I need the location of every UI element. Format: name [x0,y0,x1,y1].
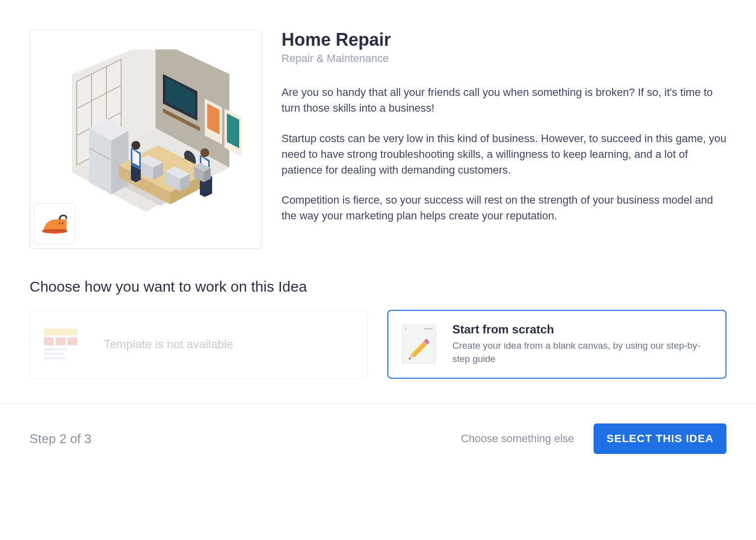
svg-marker-33 [131,165,136,182]
choose-heading: Choose how you want to work on this Idea [30,278,726,295]
option-scratch-title: Start from scratch [452,323,714,336]
idea-illustration [30,30,262,249]
idea-title: Home Repair [282,30,726,50]
svg-rect-52 [44,357,65,360]
svg-rect-54 [405,328,407,330]
svg-point-35 [200,149,209,157]
option-unavailable-label: Template is not available [104,337,233,351]
select-this-idea-button[interactable]: SELECT THIS IDEA [594,423,726,454]
idea-description: Are you so handy that all your friends c… [282,85,726,224]
idea-paragraph: Competition is fierce, so your success w… [282,192,726,224]
idea-category: Repair & Maintenance [282,52,726,65]
svg-rect-46 [44,329,77,335]
svg-point-30 [131,141,140,150]
svg-rect-47 [44,337,54,345]
choose-something-else-button[interactable]: Choose something else [461,432,574,445]
idea-paragraph: Startup costs can be very low in this ki… [282,131,726,178]
svg-rect-50 [44,348,67,351]
iron-icon [34,203,75,244]
pencil-note-icon [400,324,438,364]
svg-rect-55 [424,328,433,330]
option-start-from-scratch[interactable]: Start from scratch Create your idea from… [387,310,726,379]
template-layout-icon [42,324,79,364]
idea-paragraph: Are you so handy that all your friends c… [282,85,726,116]
svg-rect-53 [402,325,436,363]
svg-point-44 [62,222,63,224]
svg-rect-48 [56,337,65,345]
svg-rect-51 [44,353,63,355]
svg-marker-34 [136,168,141,182]
svg-rect-49 [67,337,77,345]
svg-point-45 [59,222,61,224]
option-template-unavailable: Template is not available [30,310,368,379]
step-indicator: Step 2 of 3 [30,431,92,447]
option-scratch-subtitle: Create your idea from a blank canvas, by… [452,339,714,365]
